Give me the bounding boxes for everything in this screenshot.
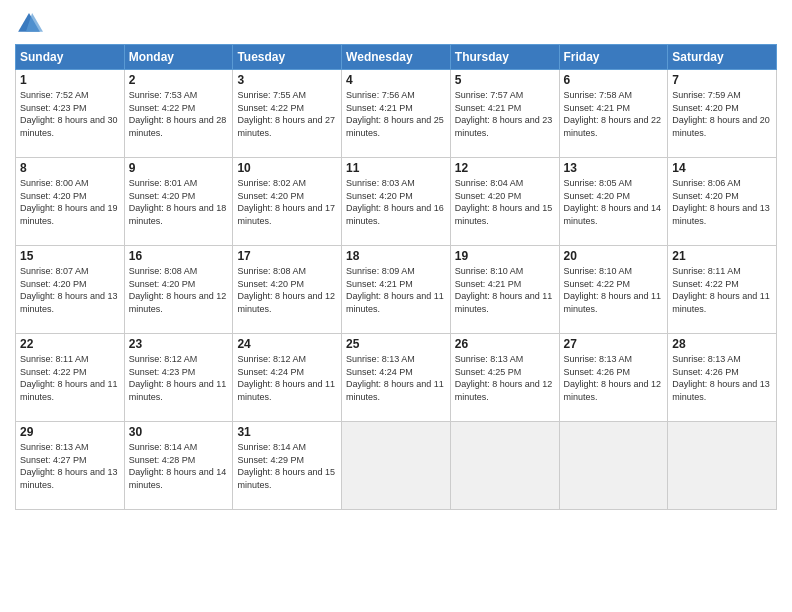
day-header-tuesday: Tuesday (233, 45, 342, 70)
calendar-cell-24: 24Sunrise: 8:12 AMSunset: 4:24 PMDayligh… (233, 334, 342, 422)
calendar-cell-19: 19Sunrise: 8:10 AMSunset: 4:21 PMDayligh… (450, 246, 559, 334)
calendar-cell-30: 30Sunrise: 8:14 AMSunset: 4:28 PMDayligh… (124, 422, 233, 510)
calendar-cell-9: 9Sunrise: 8:01 AMSunset: 4:20 PMDaylight… (124, 158, 233, 246)
calendar-week-2: 15Sunrise: 8:07 AMSunset: 4:20 PMDayligh… (16, 246, 777, 334)
day-header-thursday: Thursday (450, 45, 559, 70)
calendar-cell-empty (342, 422, 451, 510)
calendar-cell-21: 21Sunrise: 8:11 AMSunset: 4:22 PMDayligh… (668, 246, 777, 334)
calendar-cell-15: 15Sunrise: 8:07 AMSunset: 4:20 PMDayligh… (16, 246, 125, 334)
calendar-cell-12: 12Sunrise: 8:04 AMSunset: 4:20 PMDayligh… (450, 158, 559, 246)
calendar-cell-20: 20Sunrise: 8:10 AMSunset: 4:22 PMDayligh… (559, 246, 668, 334)
day-header-sunday: Sunday (16, 45, 125, 70)
calendar-cell-29: 29Sunrise: 8:13 AMSunset: 4:27 PMDayligh… (16, 422, 125, 510)
page-container: SundayMondayTuesdayWednesdayThursdayFrid… (0, 0, 792, 612)
calendar-cell-2: 2Sunrise: 7:53 AMSunset: 4:22 PMDaylight… (124, 70, 233, 158)
day-header-monday: Monday (124, 45, 233, 70)
calendar-week-4: 29Sunrise: 8:13 AMSunset: 4:27 PMDayligh… (16, 422, 777, 510)
calendar-week-1: 8Sunrise: 8:00 AMSunset: 4:20 PMDaylight… (16, 158, 777, 246)
calendar-cell-22: 22Sunrise: 8:11 AMSunset: 4:22 PMDayligh… (16, 334, 125, 422)
calendar-cell-11: 11Sunrise: 8:03 AMSunset: 4:20 PMDayligh… (342, 158, 451, 246)
calendar-cell-16: 16Sunrise: 8:08 AMSunset: 4:20 PMDayligh… (124, 246, 233, 334)
calendar-cell-26: 26Sunrise: 8:13 AMSunset: 4:25 PMDayligh… (450, 334, 559, 422)
calendar-week-0: 1Sunrise: 7:52 AMSunset: 4:23 PMDaylight… (16, 70, 777, 158)
calendar-cell-27: 27Sunrise: 8:13 AMSunset: 4:26 PMDayligh… (559, 334, 668, 422)
calendar-cell-6: 6Sunrise: 7:58 AMSunset: 4:21 PMDaylight… (559, 70, 668, 158)
logo-icon (15, 10, 43, 38)
calendar-cell-14: 14Sunrise: 8:06 AMSunset: 4:20 PMDayligh… (668, 158, 777, 246)
calendar-header-row: SundayMondayTuesdayWednesdayThursdayFrid… (16, 45, 777, 70)
calendar-week-3: 22Sunrise: 8:11 AMSunset: 4:22 PMDayligh… (16, 334, 777, 422)
calendar-cell-empty (668, 422, 777, 510)
calendar-cell-13: 13Sunrise: 8:05 AMSunset: 4:20 PMDayligh… (559, 158, 668, 246)
logo (15, 10, 47, 38)
calendar-cell-10: 10Sunrise: 8:02 AMSunset: 4:20 PMDayligh… (233, 158, 342, 246)
calendar-cell-4: 4Sunrise: 7:56 AMSunset: 4:21 PMDaylight… (342, 70, 451, 158)
calendar-cell-25: 25Sunrise: 8:13 AMSunset: 4:24 PMDayligh… (342, 334, 451, 422)
calendar-cell-31: 31Sunrise: 8:14 AMSunset: 4:29 PMDayligh… (233, 422, 342, 510)
calendar-cell-empty (450, 422, 559, 510)
calendar-table: SundayMondayTuesdayWednesdayThursdayFrid… (15, 44, 777, 510)
calendar-cell-23: 23Sunrise: 8:12 AMSunset: 4:23 PMDayligh… (124, 334, 233, 422)
calendar-cell-18: 18Sunrise: 8:09 AMSunset: 4:21 PMDayligh… (342, 246, 451, 334)
calendar-cell-empty (559, 422, 668, 510)
day-header-friday: Friday (559, 45, 668, 70)
calendar-cell-5: 5Sunrise: 7:57 AMSunset: 4:21 PMDaylight… (450, 70, 559, 158)
day-header-wednesday: Wednesday (342, 45, 451, 70)
calendar-cell-28: 28Sunrise: 8:13 AMSunset: 4:26 PMDayligh… (668, 334, 777, 422)
calendar-cell-8: 8Sunrise: 8:00 AMSunset: 4:20 PMDaylight… (16, 158, 125, 246)
day-header-saturday: Saturday (668, 45, 777, 70)
calendar-cell-3: 3Sunrise: 7:55 AMSunset: 4:22 PMDaylight… (233, 70, 342, 158)
calendar-cell-7: 7Sunrise: 7:59 AMSunset: 4:20 PMDaylight… (668, 70, 777, 158)
calendar-cell-17: 17Sunrise: 8:08 AMSunset: 4:20 PMDayligh… (233, 246, 342, 334)
calendar-cell-1: 1Sunrise: 7:52 AMSunset: 4:23 PMDaylight… (16, 70, 125, 158)
header (15, 10, 777, 38)
